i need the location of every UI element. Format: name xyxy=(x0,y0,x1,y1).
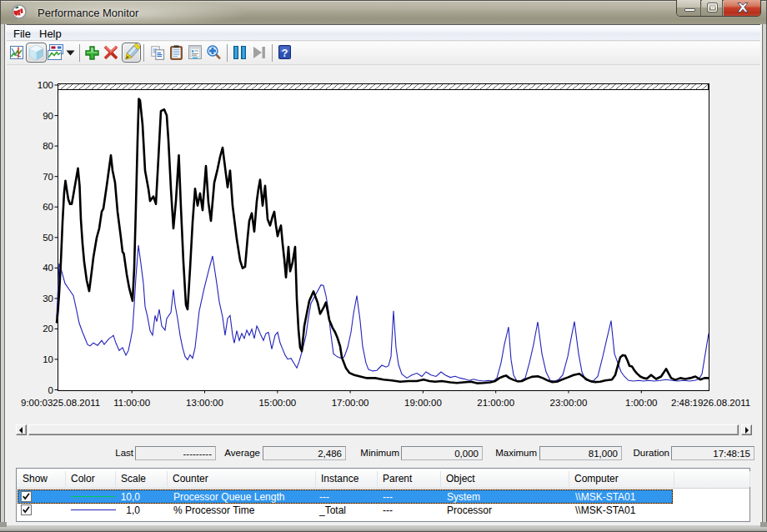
svg-text:23:00:00: 23:00:00 xyxy=(550,398,588,408)
svg-text:90: 90 xyxy=(43,111,53,121)
svg-text:60: 60 xyxy=(43,202,53,212)
svg-text:30: 30 xyxy=(43,294,53,304)
svg-text:15:00:00: 15:00:00 xyxy=(258,398,296,408)
svg-text:19:00:00: 19:00:00 xyxy=(404,398,442,408)
svg-text:10: 10 xyxy=(43,354,53,364)
svg-text:100: 100 xyxy=(38,80,53,90)
svg-text:80: 80 xyxy=(43,141,53,151)
svg-text:2:48:1926.08.2011: 2:48:1926.08.2011 xyxy=(671,398,750,408)
svg-text:40: 40 xyxy=(43,263,53,273)
svg-text:?: ? xyxy=(282,47,288,59)
svg-text:20: 20 xyxy=(43,324,53,334)
svg-text:9:00:0325.08.2011: 9:00:0325.08.2011 xyxy=(21,398,100,408)
svg-text:21:00:00: 21:00:00 xyxy=(477,398,514,408)
svg-text:1:00:00: 1:00:00 xyxy=(625,398,657,408)
svg-text:13:00:00: 13:00:00 xyxy=(186,398,223,408)
svg-text:70: 70 xyxy=(43,172,53,182)
svg-text:50: 50 xyxy=(43,233,53,243)
svg-text:0: 0 xyxy=(48,385,53,395)
svg-text:17:00:00: 17:00:00 xyxy=(332,398,369,408)
svg-text:11:00:00: 11:00:00 xyxy=(113,398,150,408)
